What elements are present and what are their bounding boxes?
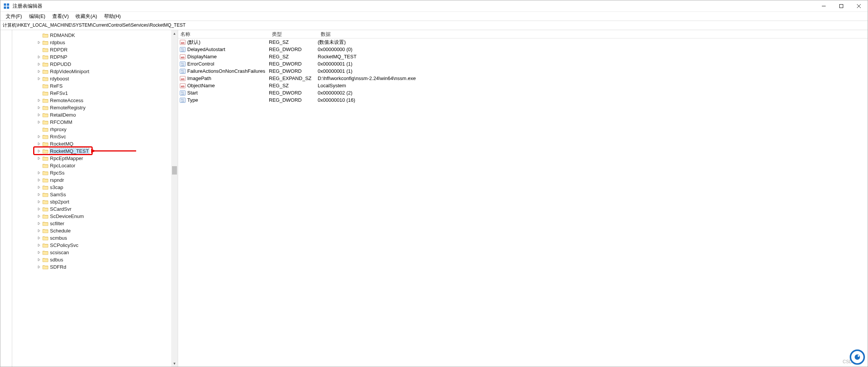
expand-toggle [36,127,42,132]
string-value-icon: ab [180,54,186,60]
expand-toggle [36,33,42,38]
expand-toggle[interactable] [36,98,42,103]
binary-value-icon: 011110 [180,68,186,74]
tree-item[interactable]: RemoteAccess [35,97,171,104]
expand-toggle[interactable] [36,134,42,139]
value-row[interactable]: 011110DelayedAutostartREG_DWORD0x0000000… [178,46,868,53]
tree-item[interactable]: RpcEptMapper [35,155,171,162]
tree-item[interactable]: RFCOMM [35,119,171,126]
expand-toggle[interactable] [36,207,42,212]
folder-icon [42,207,48,212]
value-row[interactable]: 011110TypeREG_DWORD0x00000010 (16) [178,96,868,104]
tree-scrollbar[interactable]: ▲ ▼ [171,30,178,367]
svg-text:ab: ab [181,77,184,81]
tree-item[interactable]: RocketMQ [35,140,171,147]
expand-toggle[interactable] [36,120,42,125]
tree-item[interactable]: scfilter [35,220,171,227]
expand-toggle[interactable] [36,112,42,118]
tree-item[interactable]: RemoteRegistry [35,104,171,111]
value-row[interactable]: 011110FailureActionsOnNonCrashFailuresRE… [178,67,868,75]
tree-item[interactable]: RDPUDD [35,61,171,68]
expand-toggle[interactable] [36,62,42,67]
expand-toggle[interactable] [36,214,42,219]
expand-toggle[interactable] [36,192,42,197]
menu-view[interactable]: 查看(V) [49,12,72,21]
expand-toggle[interactable] [36,69,42,74]
expand-toggle[interactable] [36,264,42,270]
value-row[interactable]: abDisplayNameREG_SZRocketMQ_TEST [178,53,868,60]
expand-toggle[interactable] [36,141,42,147]
minimize-button[interactable] [815,0,833,12]
tree-item[interactable]: RDMANDK [35,32,171,39]
tree-item[interactable]: RDPNP [35,53,171,61]
folder-icon [42,47,48,53]
values-list[interactable]: ab(默认)REG_SZ(数值未设置)011110DelayedAutostar… [178,38,868,367]
expand-toggle[interactable] [36,236,42,241]
expand-toggle[interactable] [36,221,42,226]
tree-item-label: RetailDemo [50,112,76,118]
menu-favorites[interactable]: 收藏夹(A) [72,12,100,21]
scroll-down-button[interactable]: ▼ [171,360,178,367]
menu-edit[interactable]: 编辑(E) [26,12,48,21]
expand-toggle[interactable] [36,54,42,60]
expand-toggle[interactable] [36,257,42,263]
scroll-track[interactable] [171,37,178,360]
tree-item[interactable]: RetailDemo [35,111,171,119]
tree-item[interactable]: scmbus [35,234,171,242]
expand-toggle[interactable] [36,250,42,255]
expand-toggle[interactable] [36,199,42,205]
tree-item[interactable]: s3cap [35,184,171,191]
expand-toggle[interactable] [36,185,42,190]
folder-icon [42,199,48,205]
tree-item-label: RpcLocator [50,163,75,168]
close-button[interactable] [850,0,868,12]
column-header-data[interactable]: 数据 [318,30,868,38]
tree-item[interactable]: ReFSv1 [35,90,171,97]
column-header-type[interactable]: 类型 [270,30,318,38]
address-bar[interactable]: 计算机\HKEY_LOCAL_MACHINE\SYSTEM\CurrentCon… [0,21,868,30]
scroll-thumb[interactable] [172,166,177,175]
expand-toggle[interactable] [36,243,42,248]
maximize-button[interactable] [833,0,850,12]
tree-item[interactable]: SamSs [35,191,171,198]
tree-item[interactable]: scsiscan [35,249,171,256]
tree-item[interactable]: RocketMQ_TEST [35,147,171,155]
expand-toggle[interactable] [36,76,42,82]
tree-item[interactable]: rhproxy [35,126,171,133]
tree-item[interactable]: SCardSvr [35,205,171,213]
expand-toggle[interactable] [36,170,42,176]
tree-item[interactable]: SDFRd [35,263,171,271]
tree-item[interactable]: sdbus [35,256,171,263]
tree-item[interactable]: rdpbus [35,39,171,46]
value-row[interactable]: abObjectNameREG_SZLocalSystem [178,82,868,89]
tree-item[interactable]: ScDeviceEnum [35,213,171,220]
expand-toggle[interactable] [36,149,42,154]
tree-item[interactable]: SCPolicySvc [35,242,171,249]
expand-toggle[interactable] [36,228,42,234]
tree-item[interactable]: RdpVideoMiniport [35,68,171,75]
value-row[interactable]: ab(默认)REG_SZ(数值未设置) [178,38,868,46]
tree-item[interactable]: sbp2port [35,198,171,205]
tree-item[interactable]: rspndr [35,176,171,184]
tree-item[interactable]: RDPDR [35,46,171,53]
tree-item[interactable]: RpcSs [35,169,171,176]
menu-file[interactable]: 文件(F) [3,12,25,21]
tree-item[interactable]: RpcLocator [35,162,171,169]
scroll-up-button[interactable]: ▲ [171,30,178,37]
tree-item[interactable]: Schedule [35,227,171,234]
svg-text:ab: ab [181,56,184,59]
value-row[interactable]: 011110StartREG_DWORD0x00000002 (2) [178,89,868,96]
menu-help[interactable]: 帮助(H) [101,12,124,21]
expand-toggle[interactable] [36,40,42,45]
expand-toggle[interactable] [36,178,42,183]
value-row[interactable]: 011110ErrorControlREG_DWORD0x00000001 (1… [178,60,868,67]
column-header-name[interactable]: 名称 [178,30,270,38]
expand-toggle[interactable] [36,156,42,161]
tree-item[interactable]: ReFS [35,82,171,90]
tree-item[interactable]: rdyboost [35,75,171,82]
tree-item[interactable]: RmSvc [35,133,171,140]
expand-toggle[interactable] [36,105,42,111]
folder-icon [42,250,48,255]
tree-view[interactable]: RDMANDKrdpbusRDPDRRDPNPRDPUDDRdpVideoMin… [35,30,171,367]
value-row[interactable]: abImagePathREG_EXPAND_SZD:\hfl\workconfi… [178,75,868,82]
